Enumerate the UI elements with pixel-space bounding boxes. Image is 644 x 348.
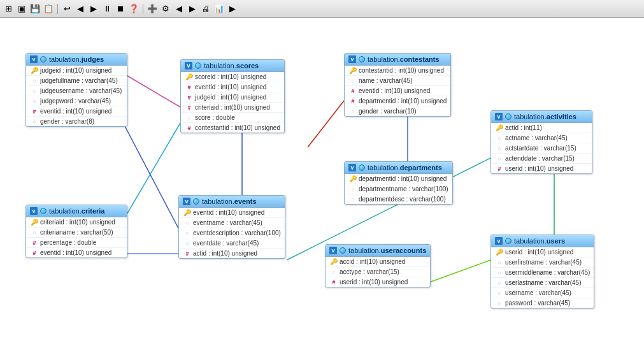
hash-icon: #: [184, 250, 190, 257]
table-header-users[interactable]: v tabulation.users: [491, 235, 594, 247]
toolbar-back[interactable]: ◀: [75, 3, 86, 15]
table-row: #eventid : int(10) unsigned: [345, 86, 450, 96]
toolbar: ⊞ ▣ 💾 📋 ↩ ◀ ▶ ⏸ ⏹ ❓ ➕ ⚙ ◀ ▶ 🖨 📊 ▶: [0, 0, 644, 18]
field-text: userid : int(10) unsigned: [505, 165, 573, 172]
circle-icon: [359, 164, 365, 171]
toolbar-stop[interactable]: ⏹: [115, 3, 126, 15]
hash-icon: #: [331, 279, 337, 286]
table-title-users: tabulation.users: [514, 237, 565, 245]
toolbar-pause[interactable]: ⏸: [101, 3, 113, 15]
field-text: userlastname : varchar(45): [505, 279, 582, 286]
table-title-activities: tabulation.activities: [514, 113, 576, 120]
v-icon: v: [495, 237, 503, 245]
table-row: ○eventdescription : varchar(100): [179, 228, 285, 238]
table-header-useraccounts[interactable]: v tabulation.useraccounts: [326, 245, 430, 257]
field-text: eventid : int(10) unsigned: [193, 209, 264, 216]
field-text: contestantid : int(10) unsigned: [195, 124, 280, 131]
table-row: ○eventdate : varchar(45): [179, 238, 285, 249]
toolbar-prev[interactable]: ◀: [173, 3, 185, 15]
toolbar-chart[interactable]: 📊: [213, 3, 225, 15]
field-text: password : varchar(45): [505, 300, 570, 307]
toolbar-copy[interactable]: 📋: [43, 3, 54, 15]
toolbar-add[interactable]: ➕: [147, 3, 158, 15]
circle-icon: ○: [496, 300, 503, 307]
table-criteria: v tabulation.criteria 🔑criteriaid : int(…: [25, 205, 127, 258]
toolbar-settings[interactable]: ⚙: [160, 3, 171, 15]
table-header-events[interactable]: v tabulation.events: [179, 196, 285, 208]
table-title-events: tabulation.events: [202, 198, 257, 205]
field-text: criterianame : varchar(50): [40, 229, 113, 236]
toolbar-fwd[interactable]: ▶: [88, 3, 99, 15]
table-users: v tabulation.users 🔑userid : int(10) uns…: [490, 235, 594, 308]
field-text: eventid : int(10) unsigned: [40, 108, 111, 115]
circle-icon: ○: [496, 270, 503, 276]
table-row: ○actname : varchar(45): [491, 133, 592, 143]
table-row: #contestantid : int(10) unsigned: [181, 123, 284, 133]
field-text: userfirstname : varchar(45): [505, 259, 582, 266]
key-icon: 🔑: [184, 210, 190, 216]
circle-icon: ○: [31, 229, 38, 236]
table-row: #userid : int(10) unsigned: [491, 164, 592, 173]
toolbar-icon-1[interactable]: ⊞: [3, 3, 14, 15]
v-icon: v: [185, 62, 192, 69]
field-text: eventdescription : varchar(100): [193, 229, 281, 236]
table-header-scores[interactable]: v tabulation.scores: [181, 60, 284, 72]
v-icon: v: [30, 55, 38, 63]
field-text: gender : varchar(8): [40, 118, 94, 125]
circle-icon: ○: [496, 290, 503, 296]
table-row: 🔑userid : int(10) unsigned: [491, 247, 594, 257]
key-icon: 🔑: [496, 125, 503, 131]
hash-icon: #: [31, 250, 38, 256]
toolbar-print[interactable]: 🖨: [200, 3, 211, 15]
circle-icon: ○: [186, 115, 192, 121]
toolbar-icon-2[interactable]: ▣: [16, 3, 27, 15]
table-row: #eventid : int(10) unsigned: [181, 82, 284, 92]
key-icon: 🔑: [331, 259, 337, 265]
v-icon: v: [30, 207, 38, 215]
table-row: 🔑scoreid : int(10) unsigned: [181, 72, 284, 82]
field-text: eventid : int(10) unsigned: [359, 87, 430, 94]
svg-line-0: [124, 125, 178, 228]
circle-icon: ○: [350, 196, 356, 203]
toolbar-save[interactable]: 💾: [29, 3, 41, 15]
table-activities: v tabulation.activities 🔑actid : int(11)…: [490, 110, 592, 174]
field-text: actid : int(11): [505, 124, 542, 131]
toolbar-run[interactable]: ▶: [227, 3, 238, 15]
key-icon: 🔑: [496, 249, 503, 256]
table-row: ○gender : varchar(8): [26, 117, 127, 126]
key-icon: 🔑: [350, 68, 356, 74]
table-row: ○departmentname : varchar(100): [345, 184, 452, 194]
field-text: departmentname : varchar(100): [359, 185, 448, 192]
table-row: ○userlastname : varchar(45): [491, 278, 594, 288]
table-header-criteria[interactable]: v tabulation.criteria: [26, 205, 127, 217]
table-useraccounts: v tabulation.useraccounts 🔑accid : int(1…: [325, 244, 431, 287]
table-row: ○departmentdesc : varchar(100): [345, 194, 452, 204]
toolbar-undo[interactable]: ↩: [61, 3, 73, 15]
circle-icon: ○: [331, 269, 337, 275]
toolbar-next[interactable]: ▶: [187, 3, 198, 15]
key-icon: 🔑: [350, 176, 356, 182]
field-text: eventdate : varchar(45): [193, 240, 259, 247]
table-title-criteria: tabulation.criteria: [49, 207, 104, 215]
svg-line-2: [308, 101, 344, 147]
table-header-judges[interactable]: v tabulation.judges: [26, 54, 127, 66]
table-row: 🔑departmentid : int(10) unsigned: [345, 174, 452, 184]
toolbar-help[interactable]: ❓: [128, 3, 140, 15]
field-text: usermiddlename : varchar(45): [505, 269, 590, 276]
table-header-activities[interactable]: v tabulation.activities: [491, 111, 592, 123]
circle-icon: ○: [496, 145, 503, 152]
v-icon: v: [183, 198, 190, 205]
hash-icon: #: [350, 98, 356, 105]
table-row: #judgeid : int(10) unsigned: [181, 92, 284, 103]
field-text: userid : int(10) unsigned: [505, 249, 573, 256]
table-title-departments: tabulation.departments: [368, 164, 442, 171]
field-text: judgeid : int(10) unsigned: [40, 67, 111, 74]
table-header-contestants[interactable]: v tabulation.contestants: [345, 54, 450, 66]
table-row: #departmentid : int(10) unsigned: [345, 96, 450, 106]
key-icon: 🔑: [186, 74, 192, 80]
table-header-departments[interactable]: v tabulation.departments: [345, 162, 452, 174]
circle-icon: [193, 198, 199, 205]
table-contestants: v tabulation.contestants 🔑contestantid :…: [344, 53, 451, 117]
circle-icon: [505, 238, 512, 244]
table-row: ○criterianame : varchar(50): [26, 228, 127, 238]
